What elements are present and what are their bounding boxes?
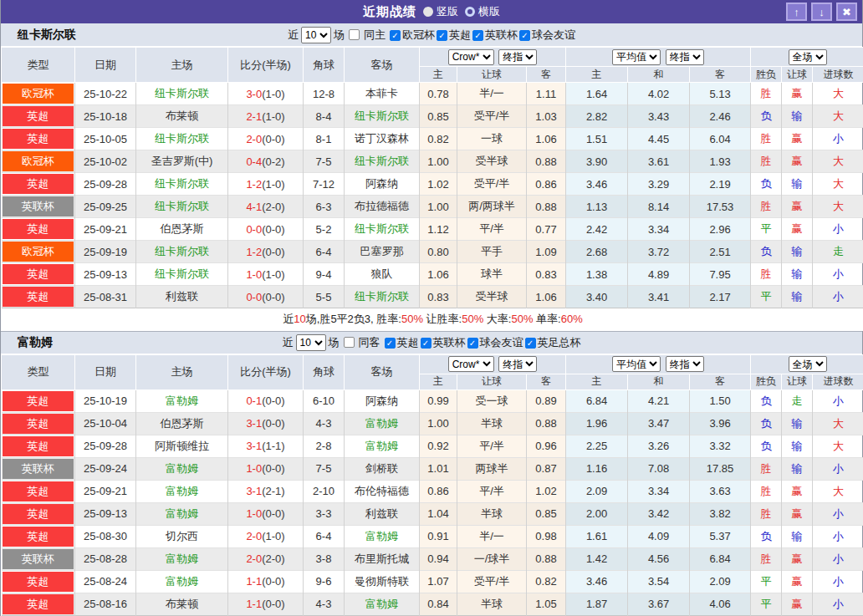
move-down-button[interactable]: ↓ bbox=[811, 3, 832, 21]
league-filter-checkbox[interactable]: ✓ bbox=[519, 30, 530, 41]
layout-option-horizontal[interactable]: 横版 bbox=[465, 4, 500, 19]
euro-time-select[interactable]: 终指 bbox=[666, 49, 704, 65]
same-venue-checkbox[interactable] bbox=[344, 337, 355, 348]
match-count-select[interactable]: 10 bbox=[296, 334, 326, 351]
same-venue-checkbox[interactable] bbox=[349, 29, 360, 40]
corners: 8-4 bbox=[304, 105, 345, 128]
away-team: 布里斯托城 bbox=[345, 547, 420, 570]
euro-source-select[interactable]: 平均值 bbox=[612, 356, 661, 372]
match-row: 英超25-10-05纽卡斯尔联2-0(0-0)8-1诺丁汉森林0.82一球1.0… bbox=[2, 128, 863, 150]
match-date: 25-09-21 bbox=[75, 480, 136, 502]
match-date: 25-08-30 bbox=[75, 525, 136, 547]
asian-source-select[interactable]: Crow* bbox=[448, 356, 494, 372]
corners: 7-12 bbox=[304, 173, 345, 196]
corners: 2-10 bbox=[304, 480, 345, 502]
layout-option-vertical[interactable]: 竖版 bbox=[423, 4, 458, 19]
league-filter-checkbox[interactable]: ✓ bbox=[385, 338, 396, 349]
match-date: 25-09-13 bbox=[75, 263, 136, 286]
home-team: 阿斯顿维拉 bbox=[136, 435, 228, 457]
league-filter-label: 英超 bbox=[397, 336, 419, 349]
home-team: 伯恩茅斯 bbox=[136, 218, 228, 241]
fulltime-score: 1-1 bbox=[246, 598, 262, 610]
league-badge-cell: 英超 bbox=[2, 525, 75, 547]
league-filter-checkbox[interactable]: ✓ bbox=[390, 30, 401, 41]
corners: 6-10 bbox=[304, 389, 345, 412]
away-team: 剑桥联 bbox=[345, 457, 420, 480]
score-cell: 1-1(0-0) bbox=[228, 570, 304, 593]
league-filter-checkbox[interactable]: ✓ bbox=[437, 30, 447, 41]
euro-home-odds: 1.51 bbox=[566, 128, 628, 150]
sub-header: 主 bbox=[566, 374, 628, 389]
asian-handicap: 受半球 bbox=[457, 150, 527, 173]
same-venue-label: 同主 bbox=[364, 28, 386, 43]
team-section: 富勒姆 近 10 场 同客 ✓英超✓英联杯✓球会友谊✓英足总杯 类型 日期 bbox=[1, 331, 862, 616]
close-button[interactable]: ✖ bbox=[836, 3, 857, 21]
radio-selected-icon[interactable] bbox=[423, 7, 433, 17]
score-cell: 1-0(0-0) bbox=[228, 457, 304, 480]
euro-away-odds: 3.32 bbox=[690, 435, 751, 457]
league-badge: 英超 bbox=[3, 129, 74, 149]
asian-handicap: 半球 bbox=[457, 593, 527, 615]
league-badge: 英超 bbox=[3, 106, 74, 126]
asian-away-odds: 0.88 bbox=[527, 150, 566, 173]
asian-time-select[interactable]: 终指 bbox=[498, 49, 537, 65]
league-badge-cell: 英超 bbox=[2, 263, 75, 286]
asian-home-odds: 0.82 bbox=[420, 128, 457, 150]
corners: 8-1 bbox=[304, 128, 345, 150]
fulltime-score: 3-1 bbox=[246, 485, 262, 497]
halftime-score: (0-0) bbox=[262, 223, 284, 236]
asian-away-odds: 0.83 bbox=[527, 263, 566, 286]
asian-away-odds: 0.96 bbox=[527, 435, 566, 457]
euro-source-select[interactable]: 平均值 bbox=[612, 49, 661, 65]
result-goals: 小 bbox=[813, 128, 863, 150]
result-outcome: 负 bbox=[751, 525, 782, 547]
euro-time-select[interactable]: 终指 bbox=[666, 356, 704, 372]
asian-handicap: 受一球 bbox=[457, 389, 527, 412]
result-goals: 大 bbox=[813, 105, 863, 128]
euro-away-odds: 1.93 bbox=[690, 150, 751, 173]
euro-draw-odds: 4.02 bbox=[628, 83, 690, 105]
asian-handicap: 受平/半 bbox=[457, 105, 527, 128]
result-outcome: 胜 bbox=[751, 502, 782, 525]
col-header-away: 客场 bbox=[345, 48, 420, 83]
score-cell: 1-2(1-0) bbox=[228, 173, 304, 196]
asian-time-select[interactable]: 终指 bbox=[498, 356, 537, 372]
euro-home-odds: 1.87 bbox=[566, 593, 628, 615]
fulltime-score: 2-1 bbox=[246, 110, 262, 123]
league-badge-cell: 英超 bbox=[2, 480, 75, 502]
match-date: 25-09-19 bbox=[75, 241, 136, 263]
summary-text: 大率: bbox=[483, 313, 511, 325]
move-up-button[interactable]: ↑ bbox=[786, 3, 807, 21]
fulltime-score: 3-1 bbox=[246, 440, 262, 452]
home-team: 纽卡斯尔联 bbox=[136, 263, 228, 286]
corners: 12-8 bbox=[304, 83, 345, 105]
titlebar: 近期战绩 竖版 横版 ↑ ↓ ✖ bbox=[1, 0, 862, 23]
corners: 7-5 bbox=[304, 457, 345, 480]
match-date: 25-08-16 bbox=[75, 593, 136, 615]
asian-source-select[interactable]: Crow* bbox=[448, 49, 494, 65]
scope-select[interactable]: 全场 bbox=[789, 356, 827, 372]
euro-draw-odds: 3.26 bbox=[628, 435, 690, 457]
league-filter-checkbox[interactable]: ✓ bbox=[525, 338, 536, 349]
radio-unselected-icon[interactable] bbox=[465, 7, 475, 17]
asian-away-odds: 1.05 bbox=[527, 593, 566, 615]
result-goals: 走 bbox=[813, 241, 863, 263]
euro-draw-odds: 4.09 bbox=[628, 525, 690, 547]
home-team: 纽卡斯尔联 bbox=[136, 241, 228, 263]
asian-home-odds: 1.04 bbox=[420, 502, 457, 525]
league-filter-checkbox[interactable]: ✓ bbox=[467, 338, 478, 349]
league-badge-cell: 英联杯 bbox=[2, 196, 75, 218]
euro-home-odds: 1.42 bbox=[566, 547, 628, 570]
league-filter-checkbox[interactable]: ✓ bbox=[421, 338, 432, 349]
league-filter-checkbox[interactable]: ✓ bbox=[472, 30, 483, 41]
page-title: 近期战绩 bbox=[363, 4, 416, 20]
halftime-score: (1-0) bbox=[262, 110, 284, 123]
result-handicap: 赢 bbox=[782, 150, 813, 173]
scope-select[interactable]: 全场 bbox=[789, 49, 827, 65]
league-badge: 英超 bbox=[3, 414, 74, 434]
match-count-select[interactable]: 10 bbox=[301, 27, 331, 43]
league-filter-label: 英联杯 bbox=[485, 28, 518, 41]
match-row: 英联杯25-09-24富勒姆1-0(0-0)7-5剑桥联1.01两球半0.871… bbox=[2, 457, 863, 480]
result-goals: 大 bbox=[813, 150, 863, 173]
sub-header: 客 bbox=[527, 67, 566, 83]
